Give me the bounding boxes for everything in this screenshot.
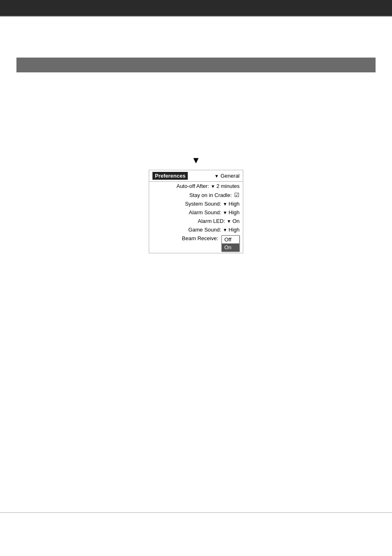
beamreceive-label: Beam Receive: [182,235,218,241]
body-text-5 [16,111,376,120]
prefs-row-systemsound: System Sound: ▼ High [149,199,243,208]
body-text-6 [16,125,376,134]
systemsound-value[interactable]: ▼ High [223,201,240,207]
alarmled-text: On [233,218,240,224]
alarmsound-text: High [228,209,240,215]
prefs-title-bar: Preferences ▼ General [149,170,243,182]
triangle-icon: ▼ [191,155,201,166]
body-text-2 [16,43,376,52]
systemsound-text: High [228,201,240,207]
gamesound-label: Game Sound: [188,227,221,233]
alarmled-value[interactable]: ▼ On [227,218,240,224]
alarmsound-arrow: ▼ [223,210,227,215]
beam-dropdown-popup: Off On [221,235,240,252]
alarmsound-label: Alarm Sound: [189,209,221,215]
prefs-row-stayoncradle: Stay on in Cradle: ☑ [149,190,243,199]
content-area: ▼ Preferences ▼ General Auto-off After: … [0,16,392,266]
top-bar [0,0,392,16]
alarmled-arrow: ▼ [227,219,231,224]
prefs-row-gamesound: Game Sound: ▼ High [149,225,243,234]
triangle-row: ▼ [16,155,376,166]
bottom-separator [0,512,392,513]
autooff-value[interactable]: ▼ 2 minutes [211,183,240,189]
prefs-title-dropdown[interactable]: ▼ General [214,173,240,179]
prefs-title-label: Preferences [152,172,188,180]
gamesound-value[interactable]: ▼ High [223,227,240,233]
section-header [16,58,376,72]
autooff-text: 2 minutes [217,183,240,189]
prefs-row-beamreceive: Beam Receive: Off On [149,234,243,253]
systemsound-label: System Sound: [185,201,221,207]
prefs-panel: Preferences ▼ General Auto-off After: ▼ … [149,170,243,253]
systemsound-arrow: ▼ [223,202,227,206]
alarmsound-value[interactable]: ▼ High [223,209,240,215]
prefs-row-autooff: Auto-off After: ▼ 2 minutes [149,182,243,190]
beam-option-on[interactable]: On [222,243,239,251]
beam-option-off[interactable]: Off [222,236,239,243]
body-text-1 [16,29,376,37]
prefs-row-alarmled: Alarm LED: ▼ On [149,217,243,225]
prefs-row-alarmsound: Alarm Sound: ▼ High [149,208,243,217]
prefs-container: Preferences ▼ General Auto-off After: ▼ … [16,170,376,253]
stayoncradle-checkbox: ☑ [234,192,240,198]
stayoncradle-label: Stay on in Cradle: [189,192,232,198]
gamesound-text: High [228,227,240,233]
autooff-label: Auto-off After: [176,183,209,189]
stayoncradle-value[interactable]: ☑ [233,192,240,198]
title-dropdown-arrow: ▼ [214,174,219,178]
body-text-7 [16,140,376,148]
title-dropdown-value: General [221,173,240,179]
body-text-3 [16,82,376,91]
gamesound-arrow: ▼ [223,227,227,232]
autooff-arrow: ▼ [211,184,215,189]
body-text-4 [16,97,376,105]
alarmled-label: Alarm LED: [198,218,225,224]
